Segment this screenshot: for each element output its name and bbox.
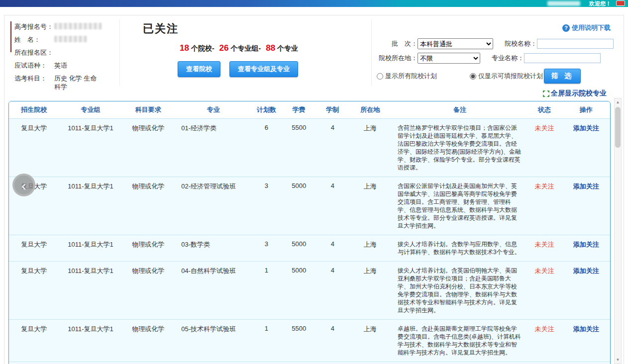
major-name-input[interactable] xyxy=(524,53,601,63)
group-count-label: 个专业组- xyxy=(231,44,261,52)
filter-row-1: 批 次： 本科普通批 院校名称： xyxy=(377,38,619,49)
cell-college: 复旦大学 xyxy=(9,362,59,364)
column-header: 所在地 xyxy=(347,101,393,119)
view-colleges-button[interactable]: 查看院校 xyxy=(178,61,220,77)
field-subjects: 选考科目： 历史 化学 生命科学 xyxy=(14,74,116,91)
question-icon: ? xyxy=(562,24,570,32)
cell-duration: 4 xyxy=(317,261,347,319)
prev-page-arrow[interactable]: ‹ xyxy=(12,174,35,196)
column-header: 招生院校 xyxy=(9,101,59,119)
column-header: 操作 xyxy=(562,101,610,119)
corner-badge-icon xyxy=(616,0,625,6)
language-value: 英语 xyxy=(54,61,67,70)
cell-plan-count: 1 xyxy=(252,261,280,319)
followed-panel: 已关注 18个院校-26个专业组-88个专业 查看院校 查看专业组及专业 xyxy=(120,19,372,86)
cell-action: 添加关注 xyxy=(562,261,610,319)
cell-major: 02-经济管理试验班 xyxy=(174,177,252,235)
college-name-input[interactable] xyxy=(537,39,614,49)
add-follow-link[interactable]: 添加关注 xyxy=(573,267,599,274)
column-header: 专业组 xyxy=(59,101,122,119)
district-label: 所在报名区： xyxy=(14,48,54,57)
batch-label: 批 次： xyxy=(377,39,418,48)
vertical-scrollbar[interactable]: ▲ ▼ xyxy=(614,98,622,364)
table-header-row: 招生院校专业组科目要求专业计划数学费学制所在地备注状态操作 xyxy=(9,101,610,119)
followed-counts: 18个院校-26个专业组-88个专业 xyxy=(180,43,371,53)
view-groups-majors-button[interactable]: 查看专业组及专业 xyxy=(229,61,298,77)
help-download-link[interactable]: ?使用说明下载 xyxy=(562,23,611,32)
location-select[interactable]: 不限 xyxy=(418,53,480,64)
filter-button[interactable]: 筛 选 xyxy=(544,69,581,84)
exam-id-label: 高考报名号： xyxy=(14,22,54,31)
cell-duration: 4 xyxy=(317,235,347,261)
cell-action: 添加关注 xyxy=(562,177,610,235)
top-panel: 高考报名号： 姓 名： 所在报名区： 应试语种： 英语 选考科目： 历史 化学 … xyxy=(4,15,624,86)
language-label: 应试语种： xyxy=(14,61,54,70)
radio-show-fillable-label: 仅显示可填报院校计划 xyxy=(478,72,543,81)
radio-show-all[interactable]: 显示所有院校计划 xyxy=(377,72,437,81)
cell-major: 05-技术科学试验班 xyxy=(174,319,252,362)
cell-major: 04-自然科学试验班 xyxy=(174,261,252,319)
add-follow-link[interactable]: 添加关注 xyxy=(573,182,599,190)
table-row: 复旦大学 1011-复旦大学1 物理或化学 01-经济学类 6 5500 4 上… xyxy=(9,118,610,177)
radio-show-fillable-input[interactable] xyxy=(470,73,476,80)
add-follow-link[interactable]: 添加关注 xyxy=(573,325,599,333)
cell-major-group: 1011-复旦大学1 xyxy=(59,118,122,177)
table-row: 复旦大学 1011-复旦大学1 物理或化学 05-技术科学试验班 1 5500 … xyxy=(9,319,610,362)
cell-note: 含国家公派留学计划及赴美国南加州大学、英国华威大学、法国巴黎高等商学院等校免学费… xyxy=(393,177,527,235)
scrollbar-thumb[interactable] xyxy=(615,107,621,148)
cell-major-group: 1011-复旦大学1 xyxy=(59,362,122,364)
radio-show-all-input[interactable] xyxy=(377,73,383,80)
cell-college: 复旦大学 xyxy=(9,319,59,362)
fullscreen-link[interactable]: 全屏显示院校专业 xyxy=(543,89,607,98)
cell-location: 上海 xyxy=(347,177,393,235)
cell-duration: 4 xyxy=(317,177,347,235)
cell-note: 国家示范性微电子学院。部分专业课程英语授课。 xyxy=(393,362,527,364)
cell-action: 添加关注 xyxy=(562,118,610,177)
name-label: 姓 名： xyxy=(14,35,54,44)
cell-major-group: 1011-复旦大学1 xyxy=(59,319,122,362)
cell-plan-count: 6 xyxy=(252,118,280,177)
cell-subject-requirement: 物理或化学 xyxy=(122,319,174,362)
add-follow-link[interactable]: 添加关注 xyxy=(573,124,599,132)
location-label: 院校所在地： xyxy=(377,54,418,63)
plan-table: 招生院校专业组科目要求专业计划数学费学制所在地备注状态操作 复旦大学 1011-… xyxy=(9,101,610,364)
cell-action: 添加关注 xyxy=(562,362,610,364)
cell-tuition: 5000 xyxy=(281,177,317,235)
field-exam-id: 高考报名号： xyxy=(14,22,116,31)
column-header: 状态 xyxy=(527,101,562,119)
cell-tuition: 5000 xyxy=(281,235,317,261)
field-language: 应试语种： 英语 xyxy=(14,61,116,70)
table-row: 复旦大学 1011-复旦大学1 物理或化学 02-经济管理试验班 3 5000 … xyxy=(9,177,610,235)
scroll-up-arrow[interactable]: ▲ xyxy=(615,98,621,106)
cell-subject-requirement: 物理或化学 xyxy=(122,177,174,235)
cell-tuition: 5500 xyxy=(281,319,317,362)
cell-location: 上海 xyxy=(347,118,393,177)
college-count-label: 个院校- xyxy=(191,44,214,52)
major-count: 88 xyxy=(266,43,275,53)
column-header: 备注 xyxy=(393,101,527,119)
cell-major-group: 1011-复旦大学1 xyxy=(59,235,122,261)
cell-action: 添加关注 xyxy=(562,235,610,261)
filter-row-2: 院校所在地： 不限 专业名称： xyxy=(377,53,619,64)
group-count: 26 xyxy=(219,43,229,53)
cell-subject-requirement: 物理或化学 xyxy=(122,235,174,261)
field-district: 所在报名区： xyxy=(14,48,116,57)
add-follow-link[interactable]: 添加关注 xyxy=(573,241,599,248)
radio-show-all-label: 显示所有院校计划 xyxy=(385,72,437,81)
subjects-value: 历史 化学 生命科学 xyxy=(54,74,102,91)
help-link-label: 使用说明下载 xyxy=(572,23,611,32)
cell-plan-count: 3 xyxy=(252,235,280,261)
batch-select[interactable]: 本科普通批 xyxy=(418,38,493,49)
cell-plan-count: 1 xyxy=(252,362,280,364)
expand-icon xyxy=(543,91,549,97)
cell-note: 拔尖人才培养计划。含数学与应用数学、信息与计算科学、数据科学与大数据技术3个专业… xyxy=(393,235,527,261)
status-badge: 未关注 xyxy=(527,118,562,177)
cell-location: 上海 xyxy=(347,319,393,362)
cell-tuition: 5000 xyxy=(281,261,317,319)
radio-show-fillable[interactable]: 仅显示可填报院校计划 xyxy=(470,72,543,81)
cell-college: 复旦大学 xyxy=(9,235,59,261)
cell-action: 添加关注 xyxy=(562,319,610,362)
scroll-down-arrow[interactable]: ▼ xyxy=(615,356,621,364)
cell-note: 含荷兰格罗宁根大学双学位项目；含国家公派留学计划及赴德国哥廷根大学、慕尼黑大学、… xyxy=(393,118,527,177)
filter-panel: ?使用说明下载 批 次： 本科普通批 院校名称： 院校所在地： 不限 专业名称： xyxy=(372,19,619,86)
